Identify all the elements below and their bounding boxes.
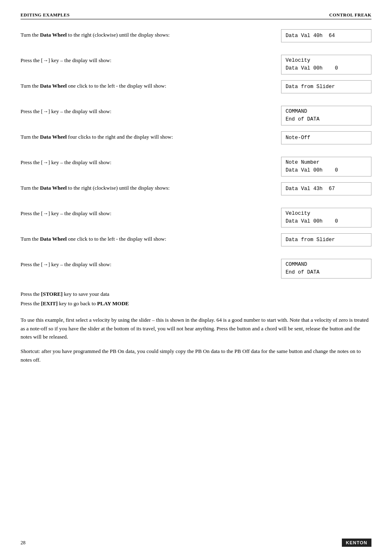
display-line: Velocity [286,57,310,65]
display-line: End of DATA [286,269,320,276]
body-paragraph: Shortcut: after you have programmed the … [21,347,371,365]
press-key-line: Press the [EXIT] key to go back to PLAY … [21,299,371,308]
body-paragraphs: To use this example, first select a velo… [21,316,371,365]
display-box: Note NumberData Val 00h 0 [281,157,371,176]
body-paragraph: To use this example, first select a velo… [21,316,371,341]
display-line: End of DATA [286,116,320,123]
display-box: VelocityData Val 00h 0 [281,208,371,228]
instruction-row: Turn the Data Wheel to the right (clockw… [21,29,371,49]
header-left: EDITING EXAMPLES [21,12,70,17]
instruction-row: Turn the Data Wheel four clicks to the r… [21,131,371,151]
display-line: Note Number [286,159,320,167]
page-number: 28 [21,540,25,546]
display-line: Data Val 40h 64 [286,32,335,40]
content-area: Turn the Data Wheel to the right (clockw… [21,29,371,284]
instruction-text: Turn the Data Wheel one click to to the … [21,233,281,243]
display-line: COMMAND [286,108,307,116]
instruction-row: Turn the Data Wheel one click to to the … [21,233,371,253]
instruction-text: Press the [→] key – the display will sho… [21,55,281,65]
instruction-row: Turn the Data Wheel to the right (clockw… [21,182,371,202]
display-line: COMMAND [286,261,307,269]
instruction-text: Press the [→] key – the display will sho… [21,208,281,218]
instruction-text: Press the [→] key – the display will sho… [21,259,281,269]
display-line: Data from Slider [286,236,335,244]
instruction-text: Press the [→] key – the display will sho… [21,106,281,116]
display-line: Data Val 00h 0 [286,167,338,174]
display-line: Data Val 00h 0 [286,65,338,72]
press-key-line: Press the [STORE] key to save your data [21,289,371,299]
display-box: Note-Off [281,131,371,144]
display-line: Velocity [286,210,310,218]
display-box: Data Val 43h 67 [281,182,371,195]
display-box: Data from Slider [281,80,371,93]
display-box: COMMANDEnd of DATA [281,106,371,125]
display-line: Data from Slider [286,83,335,91]
header-right: CONTROL FREAK [329,12,371,17]
display-box: VelocityData Val 00h 0 [281,55,371,74]
instruction-text: Press the [→] key – the display will sho… [21,157,281,167]
display-box: COMMANDEnd of DATA [281,259,371,279]
instruction-row: Press the [→] key – the display will sho… [21,55,371,74]
logo: KENTON [342,539,371,547]
page: EDITING EXAMPLES CONTROL FREAK Turn the … [0,0,392,395]
instruction-text: Turn the Data Wheel four clicks to the r… [21,131,281,141]
instruction-text: Turn the Data Wheel to the right (clockw… [21,29,281,39]
instruction-row: Press the [→] key – the display will sho… [21,259,371,279]
display-box: Data from Slider [281,233,371,246]
display-line: Note-Off [286,134,310,142]
instruction-text: Turn the Data Wheel to the right (clockw… [21,182,281,192]
page-footer: 28 KENTON [0,539,392,547]
display-box: Data Val 40h 64 [281,29,371,42]
instruction-row: Press the [→] key – the display will sho… [21,106,371,125]
instruction-row: Press the [→] key – the display will sho… [21,208,371,228]
display-line: Data Val 43h 67 [286,185,335,193]
page-header: EDITING EXAMPLES CONTROL FREAK [21,12,371,19]
instruction-text: Turn the Data Wheel one click to to the … [21,80,281,90]
press-keys-section: Press the [STORE] key to save your dataP… [21,289,371,309]
instruction-row: Turn the Data Wheel one click to to the … [21,80,371,100]
instruction-row: Press the [→] key – the display will sho… [21,157,371,176]
display-line: Data Val 00h 0 [286,218,338,225]
